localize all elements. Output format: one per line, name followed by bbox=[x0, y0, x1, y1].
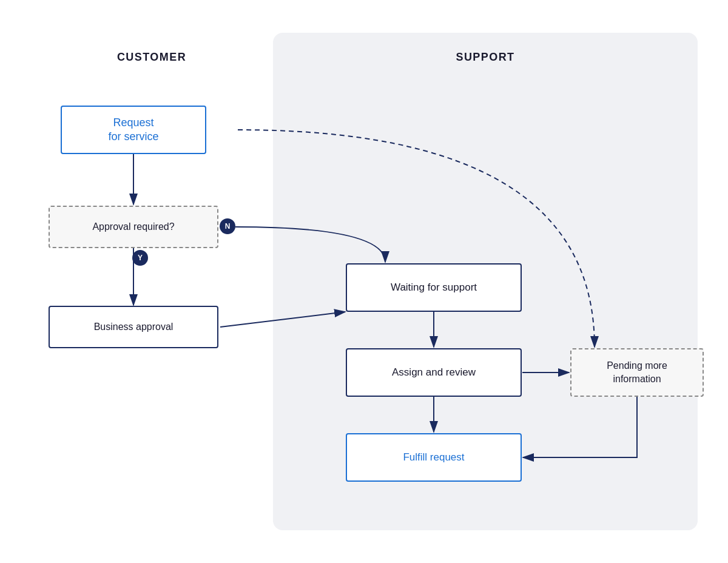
waiting-support-node: Waiting for support bbox=[346, 263, 522, 312]
assign-review-label: Assign and review bbox=[392, 366, 476, 379]
approval-required-label: Approval required? bbox=[92, 221, 174, 232]
n-badge: N bbox=[220, 218, 235, 234]
fulfill-request-node: Fulfill request bbox=[346, 433, 522, 482]
waiting-support-label: Waiting for support bbox=[391, 282, 477, 294]
business-approval-node: Business approval bbox=[49, 306, 218, 348]
diagram-container: CUSTOMER Requestfor service Approval req… bbox=[30, 33, 698, 530]
support-panel: SUPPORT Waiting for support Assign and r… bbox=[273, 33, 698, 530]
customer-title: CUSTOMER bbox=[30, 33, 273, 64]
approval-required-node: Approval required? bbox=[49, 206, 218, 248]
customer-panel: CUSTOMER Requestfor service Approval req… bbox=[30, 33, 273, 530]
support-title: SUPPORT bbox=[273, 33, 698, 64]
y-badge: Y bbox=[132, 250, 148, 266]
pending-info-label: Pending moreinformation bbox=[607, 359, 667, 386]
fulfill-request-label: Fulfill request bbox=[403, 451, 464, 464]
pending-info-node: Pending moreinformation bbox=[570, 348, 704, 397]
business-approval-label: Business approval bbox=[94, 322, 174, 332]
assign-review-node: Assign and review bbox=[346, 348, 522, 397]
request-service-node: Requestfor service bbox=[61, 106, 206, 154]
request-service-label: Requestfor service bbox=[108, 116, 158, 144]
